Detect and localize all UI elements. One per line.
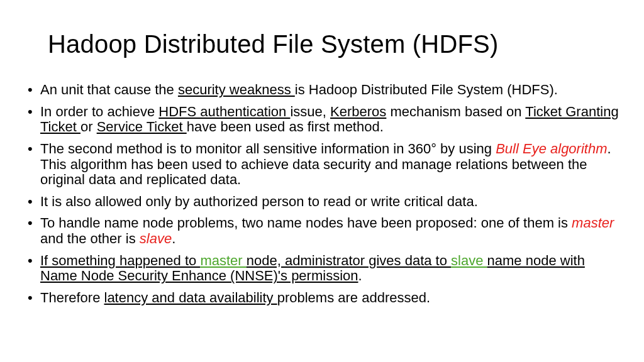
text-segment: mechanism based on xyxy=(386,104,525,119)
text-segment: slave xyxy=(140,231,172,246)
text-segment: It is also allowed only by authorized pe… xyxy=(40,194,478,209)
text-segment: If something happened to xyxy=(40,253,200,268)
slide: Hadoop Distributed File System (HDFS) An… xyxy=(0,0,644,362)
text-segment: . xyxy=(358,268,362,283)
slide-title: Hadoop Distributed File System (HDFS) xyxy=(48,30,619,58)
text-segment: problems are addressed. xyxy=(277,290,430,305)
text-segment: Service Ticket xyxy=(97,119,187,134)
text-segment: In order to achieve xyxy=(40,104,158,119)
bullet-item: To handle name node problems, two name n… xyxy=(25,216,619,246)
bullet-item: An unit that cause the security weakness… xyxy=(25,82,619,98)
text-segment: node, administrator gives data to xyxy=(247,253,451,268)
text-segment: latency and data availability xyxy=(104,290,277,305)
bullet-list: An unit that cause the security weakness… xyxy=(25,82,619,306)
bullet-item: It is also allowed only by authorized pe… xyxy=(25,194,619,210)
text-segment: To handle name node problems, two name n… xyxy=(40,215,572,231)
text-segment: slave xyxy=(451,253,487,268)
text-segment: have been used as first method. xyxy=(187,119,384,134)
text-segment: Bull Eye algorithm xyxy=(496,141,607,156)
text-segment: The second method is to monitor all sens… xyxy=(40,141,496,156)
bullet-item: If something happened to master node, ad… xyxy=(25,253,619,284)
text-segment: or xyxy=(80,119,97,134)
bullet-item: In order to achieve HDFS authentication … xyxy=(25,104,619,135)
text-segment: . xyxy=(172,231,175,246)
text-segment: Kerberos xyxy=(330,104,386,119)
text-segment: master xyxy=(572,215,614,231)
bullet-item: The second method is to monitor all sens… xyxy=(25,141,619,188)
text-segment: issue, xyxy=(290,104,330,119)
text-segment: is Hadoop Distributed File System (HDFS)… xyxy=(295,82,558,97)
text-segment: master xyxy=(200,253,246,268)
text-segment: HDFS authentication xyxy=(158,104,290,119)
text-segment: and the other is xyxy=(40,231,140,246)
bullet-item: Therefore latency and data availability … xyxy=(25,290,619,306)
text-segment: An unit that cause the xyxy=(40,82,178,97)
text-segment: Therefore xyxy=(40,290,104,305)
text-segment: security weakness xyxy=(178,82,295,97)
